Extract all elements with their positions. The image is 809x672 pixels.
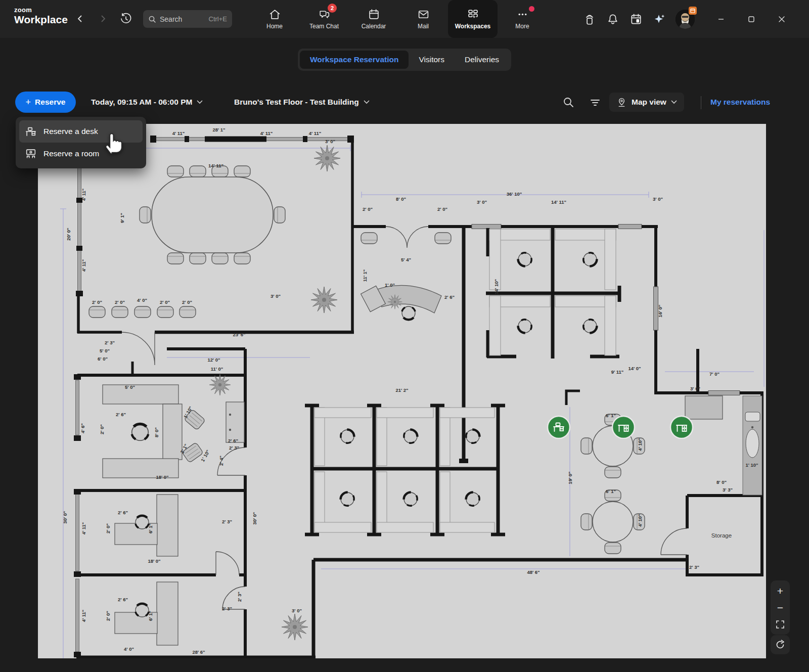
available-desk-marker[interactable]	[548, 416, 570, 438]
dimension-label: 6' 1"	[606, 413, 616, 418]
more-icon	[516, 8, 529, 21]
available-desk-marker[interactable]	[612, 416, 635, 438]
close-icon	[778, 16, 785, 23]
nav-label: Calendar	[362, 23, 386, 30]
dimension-label: 5' 4"	[401, 257, 411, 262]
view-mode-dropdown[interactable]: Map view	[609, 93, 684, 112]
dimension-label: 9' 1"	[119, 213, 125, 223]
dimension-label: 5' 0"	[125, 384, 135, 390]
dimension-label: 2' 0"	[182, 299, 192, 305]
menu-item-label: Reserve a desk	[43, 127, 98, 136]
dimension-label: 2' 0"	[160, 299, 170, 305]
floor-dropdown[interactable]: Bruno's Test Floor - Test Building	[234, 92, 370, 113]
floor-value: Bruno's Test Floor - Test Building	[234, 98, 359, 107]
dimension-label: 2' 3"	[689, 564, 699, 570]
nav-item-more[interactable]: More	[498, 0, 547, 38]
ai-companion-button[interactable]	[652, 12, 666, 26]
dimension-label: 4' 11"	[81, 522, 86, 535]
dimension-label: 3' 0"	[325, 139, 335, 144]
dimension-label: 6' 1"	[606, 488, 616, 494]
dimension-label: 21' 2"	[395, 387, 408, 393]
chevron-down-icon	[671, 100, 677, 104]
fullscreen-button[interactable]	[771, 616, 790, 633]
dimension-label: 30' 0"	[252, 512, 257, 524]
schedule-button[interactable]	[629, 12, 643, 26]
logo-workplace: Workplace	[14, 14, 68, 26]
my-reservations-link[interactable]: My reservations	[710, 92, 770, 113]
logo-zoom: zoom	[14, 6, 68, 14]
connect-device-button[interactable]	[582, 12, 597, 26]
hand-cursor	[104, 130, 127, 156]
reserve-button[interactable]: + Reserve	[15, 92, 76, 113]
bell-icon	[606, 13, 619, 26]
dimension-label: 2' 6"	[444, 294, 455, 300]
dimension-label: 4' 11"	[81, 189, 86, 201]
dimension-label: 14' 11"	[551, 199, 566, 205]
dimension-label: 16' 0"	[657, 304, 663, 317]
global-search-input[interactable]: Search Ctrl+E	[143, 10, 232, 28]
dimension-label: 3' 3"	[723, 487, 733, 492]
dimension-label: 2' 4"	[218, 456, 224, 466]
minimize-button[interactable]	[706, 0, 736, 38]
dimension-label: 36' 10"	[507, 191, 522, 197]
dimension-label: 8' 0"	[154, 427, 159, 437]
user-avatar[interactable]	[676, 10, 695, 29]
dimension-label: 19' 0"	[567, 471, 573, 484]
tab-workspace-reservation[interactable]: Workspace Reservation	[300, 51, 409, 69]
chevron-left-icon	[76, 15, 84, 23]
workspace-tabs: Workspace Reservation Visitors Deliverie…	[298, 49, 511, 71]
available-desk-marker[interactable]	[670, 416, 693, 438]
floor-plan-map[interactable]: 4' 11"28' 1"4' 11"4' 11"3' 0"14' 11"9' 1…	[38, 124, 766, 658]
nav-item-workspaces[interactable]: Workspaces	[448, 0, 498, 38]
dimension-label: 12' 0"	[207, 357, 220, 363]
dimension-label: 28' 6"	[192, 649, 205, 655]
ai-sparkle-icon	[653, 13, 666, 26]
zoom-out-button[interactable]: −	[771, 599, 790, 616]
nav-item-home[interactable]: Home	[250, 0, 299, 38]
view-mode-value: Map view	[632, 98, 666, 107]
maximize-button[interactable]	[736, 0, 767, 38]
dimension-label: 5' 0"	[100, 348, 110, 353]
map-refresh-button[interactable]	[771, 635, 790, 654]
zoom-in-button[interactable]: +	[771, 583, 790, 599]
mail-icon	[417, 8, 430, 21]
dimension-label: 4' 11"	[81, 610, 86, 622]
maximize-icon	[748, 16, 755, 23]
nav-item-mail[interactable]: Mail	[398, 0, 448, 38]
chevron-down-icon	[197, 100, 203, 104]
nav-item-team-chat[interactable]: Team Chat 2	[299, 0, 349, 38]
desk-icon	[25, 125, 37, 138]
dimension-label: 4' 11"	[81, 259, 86, 272]
app-logo: zoom Workplace	[14, 6, 68, 26]
close-button[interactable]	[767, 0, 797, 38]
room-label: Storage	[711, 532, 732, 539]
dimension-label: 3' 0"	[477, 199, 487, 205]
dimension-label: 8' 0"	[396, 196, 406, 202]
dimension-label: 8' 0"	[716, 479, 727, 485]
dimension-label: 4' 0"	[137, 297, 147, 303]
tab-deliveries[interactable]: Deliveries	[455, 51, 509, 69]
dimension-label: 3' 0"	[690, 386, 700, 391]
dimension-label: 18' 0"	[148, 558, 160, 564]
back-button[interactable]	[72, 11, 87, 26]
dimension-label: 6' 1"	[148, 611, 153, 621]
forward-button[interactable]	[96, 11, 111, 26]
map-search-button[interactable]	[561, 95, 575, 109]
dimension-label: 2' 6"	[116, 412, 126, 417]
main-nav: Home Team Chat 2 Calendar Mail	[250, 0, 547, 38]
dimension-label: 1' 0"	[385, 282, 395, 288]
nav-item-calendar[interactable]: Calendar	[349, 0, 398, 38]
dimension-label: 14' 10"	[493, 279, 499, 295]
nav-label: Team Chat	[309, 23, 339, 30]
filter-button[interactable]	[588, 95, 602, 109]
tab-visitors[interactable]: Visitors	[409, 51, 455, 69]
dimension-label: 30' 0"	[62, 511, 68, 523]
history-button[interactable]	[117, 10, 134, 27]
dimension-label: 3' 0"	[292, 608, 302, 613]
notifications-button[interactable]	[606, 12, 620, 26]
dimension-label: 14' 11"	[208, 163, 223, 168]
datetime-dropdown[interactable]: Today, 09:15 AM - 06:00 PM	[91, 92, 203, 113]
reserve-label: Reserve	[35, 98, 65, 107]
dimension-label: 23' 6"	[233, 332, 245, 337]
dimension-label: 6' 0"	[98, 356, 108, 362]
